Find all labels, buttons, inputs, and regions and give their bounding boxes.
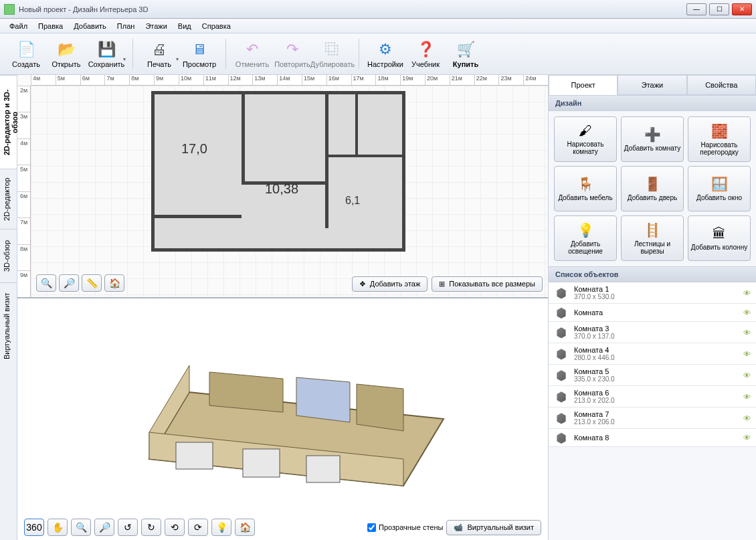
dimensions-icon: ⊞ xyxy=(439,280,445,288)
menu-view[interactable]: Вид xyxy=(173,20,197,32)
list-item[interactable]: Комната 4280.0 x 446.0👁 xyxy=(549,343,756,365)
visibility-icon[interactable]: 👁 xyxy=(743,371,751,379)
menu-edit[interactable]: Правка xyxy=(33,20,68,32)
ruler-tick: 4м xyxy=(31,75,56,85)
tab-floors[interactable]: Этажи xyxy=(618,75,686,95)
svg-marker-4 xyxy=(296,377,350,422)
transparent-walls-checkbox[interactable]: Прозрачные стены xyxy=(367,523,443,532)
add-door-button[interactable]: 🚪Добавить дверь xyxy=(621,166,684,211)
svg-rect-7 xyxy=(243,449,280,477)
tab-2d-editor[interactable]: 2D-редактор xyxy=(0,169,17,229)
add-floor-button[interactable]: ❖Добавить этаж xyxy=(352,276,428,292)
settings-button[interactable]: ⚙Настройки xyxy=(366,36,405,72)
floorplan[interactable]: 17,0 10,38 6,1 xyxy=(151,91,405,252)
visibility-icon[interactable]: 👁 xyxy=(743,350,751,358)
menu-help[interactable]: Справка xyxy=(197,20,236,32)
tab-3d-view[interactable]: 3D-обзор xyxy=(0,229,17,282)
list-item[interactable]: Комната 1370.0 x 530.0👁 xyxy=(549,282,756,304)
bulb-icon: 💡 xyxy=(577,222,594,238)
list-item[interactable]: Комната 8👁 xyxy=(549,429,756,447)
menu-add[interactable]: Добавить xyxy=(68,20,112,32)
create-button[interactable]: 📄Создать xyxy=(7,36,45,72)
redo-button[interactable]: ↷Повторить xyxy=(273,36,312,72)
menu-floors[interactable]: Этажи xyxy=(140,20,172,32)
object-name: Комната 3 xyxy=(574,325,738,333)
main-area: 2D-редактор и 3D-обзор 2D-редактор 3D-об… xyxy=(0,75,756,540)
maximize-button[interactable]: ☐ xyxy=(709,3,729,15)
stairs-button[interactable]: 🪜Лестницы и вырезы xyxy=(621,215,684,261)
home-button[interactable]: 🏠 xyxy=(104,274,124,292)
visibility-icon[interactable]: 👁 xyxy=(743,308,751,317)
virtual-visit-button[interactable]: 📹Виртуальный визит xyxy=(446,520,541,535)
room-area-label: 17,0 xyxy=(181,141,207,157)
add-window-button[interactable]: 🪟Добавить окно xyxy=(688,166,751,211)
menu-plan[interactable]: План xyxy=(112,20,140,32)
cart-icon: 🛒 xyxy=(456,40,475,59)
tutorial-button[interactable]: ❓Учебник xyxy=(406,36,445,72)
ruler-button[interactable]: 📏 xyxy=(82,274,102,292)
tab-project[interactable]: Проект xyxy=(549,75,618,95)
print-button[interactable]: 🖨Печать xyxy=(140,36,179,72)
list-item[interactable]: Комната 7213.0 x 206.0👁 xyxy=(549,408,756,429)
zoom-in-3d-button[interactable]: 🔎 xyxy=(94,519,114,536)
home-3d-button[interactable]: 🏠 xyxy=(235,519,255,536)
draw-room-button[interactable]: 🖌Нарисовать комнату xyxy=(554,116,617,162)
window-title: Новый проект - Дизайн Интерьера 3D xyxy=(19,5,686,13)
add-lighting-button[interactable]: 💡Добавить освещение xyxy=(554,215,617,261)
tab-virtual-visit[interactable]: Виртуальный визит xyxy=(0,282,17,369)
zoom-in-button[interactable]: 🔎 xyxy=(59,274,79,292)
window-icon: 🪟 xyxy=(711,176,728,192)
center-area: 4м5м6м7м8м9м10м11м12м13м14м15м16м17м18м1… xyxy=(17,75,549,540)
left-tab-strip: 2D-редактор и 3D-обзор 2D-редактор 3D-об… xyxy=(0,75,17,540)
right-panel-tabs: Проект Этажи Свойства xyxy=(549,75,756,95)
visibility-icon[interactable]: 👁 xyxy=(743,393,751,401)
object-list[interactable]: Комната 1370.0 x 530.0👁Комната👁Комната 3… xyxy=(549,282,756,540)
show-dimensions-button[interactable]: ⊞Показывать все размеры xyxy=(432,276,543,292)
menu-file[interactable]: Файл xyxy=(4,20,33,32)
room-area-label: 10,38 xyxy=(265,181,298,197)
ruler-tick: 14м xyxy=(277,75,302,85)
zoom-out-3d-button[interactable]: 🔍 xyxy=(71,519,91,536)
add-furniture-button[interactable]: 🪑Добавить мебель xyxy=(554,166,617,211)
list-item[interactable]: Комната👁 xyxy=(549,304,756,322)
visibility-icon[interactable]: 👁 xyxy=(743,414,751,422)
list-item[interactable]: Комната 3370.0 x 137.0👁 xyxy=(549,322,756,343)
minimize-button[interactable]: — xyxy=(686,3,706,15)
ruler-tick: 10м xyxy=(179,75,203,85)
ruler-tick: 13м xyxy=(252,75,277,85)
ruler-tick: 16м xyxy=(326,75,351,85)
visibility-icon[interactable]: 👁 xyxy=(743,434,751,442)
undo-button[interactable]: ↶Отменить xyxy=(233,36,272,72)
ruler-tick: 7м xyxy=(17,217,30,244)
save-button[interactable]: 💾Сохранить xyxy=(87,36,126,72)
pan-button[interactable]: ✋ xyxy=(48,519,68,536)
add-room-button[interactable]: ➕Добавить комнату xyxy=(621,116,684,162)
add-column-button[interactable]: 🏛Добавить колонну xyxy=(688,215,751,261)
close-button[interactable]: ✕ xyxy=(732,3,752,15)
rotate-right-button[interactable]: ↻ xyxy=(141,519,161,536)
buy-button[interactable]: 🛒Купить xyxy=(446,36,485,72)
tilt-down-button[interactable]: ⟳ xyxy=(188,519,208,536)
visibility-icon[interactable]: 👁 xyxy=(743,289,751,297)
draw-wall-button[interactable]: 🧱Нарисовать перегородку xyxy=(688,116,751,162)
light-toggle-button[interactable]: 💡 xyxy=(211,519,231,536)
visibility-icon[interactable]: 👁 xyxy=(743,329,751,337)
tab-2d-3d[interactable]: 2D-редактор и 3D-обзор xyxy=(0,75,17,169)
open-button[interactable]: 📂Открыть xyxy=(47,36,86,72)
object-dimensions: 213.0 x 202.0 xyxy=(574,397,738,404)
object-name: Комната 5 xyxy=(574,367,738,375)
ruler-vertical: 2м3м4м5м6м7м8м9м xyxy=(17,86,31,297)
rotate-left-button[interactable]: ↺ xyxy=(118,519,138,536)
list-item[interactable]: Комната 5335.0 x 230.0👁 xyxy=(549,365,756,386)
view-3d[interactable]: 360 ✋ 🔍 🔎 ↺ ↻ ⟲ ⟳ 💡 🏠 Прозрачные стены 📹… xyxy=(17,298,548,540)
ruler-tick: 18м xyxy=(375,75,400,85)
view-360-button[interactable]: 360 xyxy=(24,519,44,536)
list-item[interactable]: Комната 6213.0 x 202.0👁 xyxy=(549,386,756,408)
plan-2d-view[interactable]: 4м5м6м7м8м9м10м11м12м13м14м15м16м17м18м1… xyxy=(17,75,548,298)
preview-button[interactable]: 🖥Просмотр xyxy=(180,36,219,72)
tab-properties[interactable]: Свойства xyxy=(687,75,756,95)
ruler-tick: 8м xyxy=(129,75,154,85)
zoom-out-button[interactable]: 🔍 xyxy=(36,274,56,292)
duplicate-button[interactable]: ⿻Дублировать xyxy=(313,36,352,72)
tilt-up-button[interactable]: ⟲ xyxy=(165,519,185,536)
